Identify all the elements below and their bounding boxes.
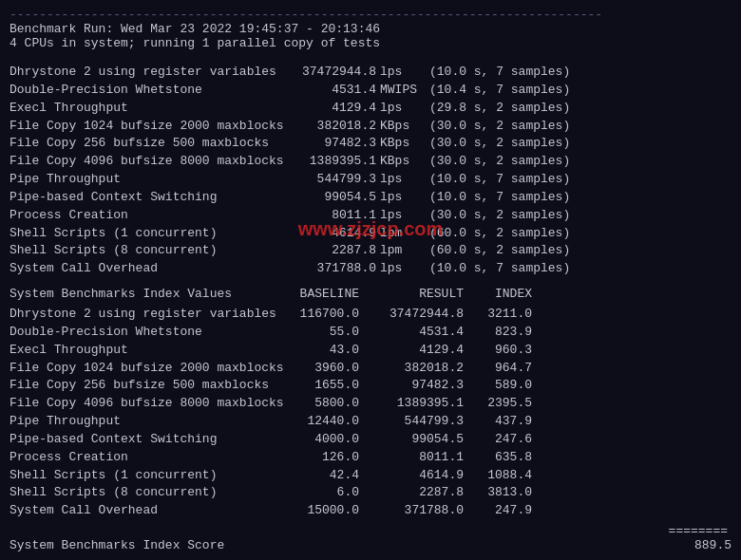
index-row: Process Creation126.08011.1635.8 [10, 449, 732, 467]
bench-detail: (10.0 s, 7 samples) [429, 189, 732, 207]
bench-detail: (30.0 s, 2 samples) [429, 207, 732, 225]
bench-detail: (60.0 s, 2 samples) [429, 242, 732, 260]
benchmark-row: Process Creation8011.1lps(30.0 s, 2 samp… [10, 207, 732, 225]
index-row: Shell Scripts (8 concurrent)6.02287.8381… [10, 484, 732, 502]
bench-unit: KBps [380, 118, 429, 136]
divider-top: ----------------------------------------… [10, 8, 732, 22]
benchmark-row: Shell Scripts (1 concurrent)4614.9lpm(60… [10, 225, 732, 243]
bench-label: File Copy 1024 bufsize 2000 maxblocks [10, 118, 285, 136]
bench-unit: lps [380, 100, 429, 118]
benchmark-list: Dhrystone 2 using register variables3747… [10, 64, 732, 278]
bench-detail: (29.8 s, 2 samples) [429, 100, 732, 118]
index-row: Dhrystone 2 using register variables1167… [10, 306, 732, 324]
index-row: Pipe Throughput12440.0544799.3437.9 [10, 413, 732, 431]
bench-label: File Copy 4096 bufsize 8000 maxblocks [10, 153, 285, 171]
bench-value: 4129.4 [285, 100, 380, 118]
score-value: 889.5 [674, 538, 732, 552]
benchmark-row: File Copy 4096 bufsize 8000 maxblocks138… [10, 153, 732, 171]
bench-label: Pipe Throughput [10, 171, 285, 189]
bench-value: 97482.3 [285, 135, 380, 153]
bench-unit: lps [380, 260, 429, 278]
bench-value: 1389395.1 [285, 153, 380, 171]
index-row: Pipe-based Context Switching4000.099054.… [10, 431, 732, 449]
index-row: File Copy 256 bufsize 500 maxblocks1655.… [10, 377, 732, 395]
bench-label: Shell Scripts (8 concurrent) [10, 242, 285, 260]
score-row: System Benchmarks Index Score889.5 [10, 538, 732, 552]
index-row: Double-Precision Whetstone55.04531.4823.… [10, 324, 732, 342]
bench-unit: MWIPS [380, 82, 429, 100]
index-row: Shell Scripts (1 concurrent)42.44614.910… [10, 467, 732, 485]
bench-unit: KBps [380, 153, 429, 171]
benchmark-row: Double-Precision Whetstone4531.4MWIPS(10… [10, 82, 732, 100]
index-row: Execl Throughput43.04129.4960.3 [10, 342, 732, 360]
bench-label: Double-Precision Whetstone [10, 82, 285, 100]
benchmark-row: Dhrystone 2 using register variables3747… [10, 64, 732, 82]
index-row: System Call Overhead15000.0371788.0247.9 [10, 502, 732, 520]
bench-value: 4531.4 [285, 82, 380, 100]
bench-unit: lps [380, 189, 429, 207]
bench-value: 2287.8 [285, 242, 380, 260]
terminal: ----------------------------------------… [0, 0, 741, 560]
index-section: System Benchmarks Index ValuesBASELINERE… [10, 286, 732, 520]
bench-detail: (60.0 s, 2 samples) [429, 225, 732, 243]
bench-detail: (30.0 s, 2 samples) [429, 153, 732, 171]
bench-unit: KBps [380, 135, 429, 153]
bench-label: Execl Throughput [10, 100, 285, 118]
score-label: System Benchmarks Index Score [10, 538, 674, 552]
bench-value: 4614.9 [285, 225, 380, 243]
bench-detail: (10.0 s, 7 samples) [429, 64, 732, 82]
bench-detail: (10.0 s, 7 samples) [429, 171, 732, 189]
bench-value: 8011.1 [285, 207, 380, 225]
benchmark-row: File Copy 256 bufsize 500 maxblocks97482… [10, 135, 732, 153]
bench-value: 371788.0 [285, 260, 380, 278]
bench-label: Pipe-based Context Switching [10, 189, 285, 207]
benchmark-row: File Copy 1024 bufsize 2000 maxblocks382… [10, 118, 732, 136]
bench-value: 37472944.8 [285, 64, 380, 82]
bench-unit: lps [380, 64, 429, 82]
bench-label: Shell Scripts (1 concurrent) [10, 225, 285, 243]
bench-unit: lps [380, 171, 429, 189]
benchmark-row: Pipe-based Context Switching99054.5lps(1… [10, 189, 732, 207]
index-row: File Copy 1024 bufsize 2000 maxblocks396… [10, 360, 732, 378]
bench-label: Process Creation [10, 207, 285, 225]
bench-detail: (30.0 s, 2 samples) [429, 135, 732, 153]
equals-line: ======== [10, 520, 732, 538]
bench-detail: (10.4 s, 7 samples) [429, 82, 732, 100]
index-row: File Copy 4096 bufsize 8000 maxblocks580… [10, 395, 732, 413]
bench-label: System Call Overhead [10, 260, 285, 278]
benchmark-row: System Call Overhead371788.0lps(10.0 s, … [10, 260, 732, 278]
benchmark-row: Shell Scripts (8 concurrent)2287.8lpm(60… [10, 242, 732, 260]
benchmark-row: Execl Throughput4129.4lps(29.8 s, 2 samp… [10, 100, 732, 118]
bench-value: 544799.3 [285, 171, 380, 189]
header-line2: 4 CPUs in system; running 1 parallel cop… [10, 36, 732, 50]
bench-detail: (10.0 s, 7 samples) [429, 260, 732, 278]
benchmark-row: Pipe Throughput544799.3lps(10.0 s, 7 sam… [10, 171, 732, 189]
index-header-row: System Benchmarks Index ValuesBASELINERE… [10, 286, 732, 304]
bench-detail: (30.0 s, 2 samples) [429, 118, 732, 136]
bench-label: Dhrystone 2 using register variables [10, 64, 285, 82]
bench-unit: lpm [380, 225, 429, 243]
bench-unit: lpm [380, 242, 429, 260]
bench-unit: lps [380, 207, 429, 225]
bench-label: File Copy 256 bufsize 500 maxblocks [10, 135, 285, 153]
bench-value: 99054.5 [285, 189, 380, 207]
bench-value: 382018.2 [285, 118, 380, 136]
header-line1: Benchmark Run: Wed Mar 23 2022 19:45:37 … [10, 22, 732, 36]
